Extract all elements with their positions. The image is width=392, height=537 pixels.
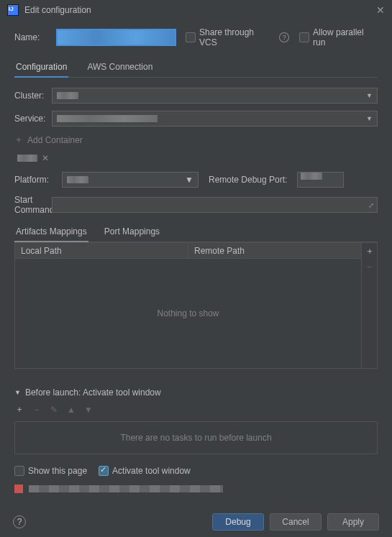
tab-configuration[interactable]: Configuration [14, 58, 68, 78]
plus-icon: ＋ [14, 134, 23, 146]
before-launch-header[interactable]: ▼ Before launch: Activate tool window [14, 387, 378, 398]
mappings-table: Local Path Remote Path Nothing to show ＋… [14, 242, 378, 369]
share-vcs-box[interactable] [186, 32, 196, 42]
col-remote-path: Remote Path [188, 243, 361, 258]
tab-aws-connection[interactable]: AWS Connection [86, 58, 154, 77]
start-command-label: Start Command: [14, 195, 52, 215]
debug-button[interactable]: Debug [212, 513, 264, 531]
start-command-input[interactable]: ⤢ [52, 197, 378, 213]
show-page-checkbox[interactable]: Show this page [14, 466, 87, 476]
task-remove-button: − [32, 405, 42, 415]
remote-port-value [301, 173, 322, 180]
share-vcs-checkbox[interactable]: Share through VCS ? [186, 27, 289, 47]
close-icon[interactable]: ✕ [42, 153, 49, 163]
cancel-button[interactable]: Cancel [270, 513, 322, 531]
apply-button[interactable]: Apply [327, 513, 379, 531]
error-text [29, 485, 223, 492]
table-empty-text: Nothing to show [15, 259, 361, 368]
task-edit-button: ✎ [49, 405, 59, 415]
platform-dropdown[interactable]: ▼ [62, 172, 199, 188]
cluster-label: Cluster: [14, 91, 52, 101]
container-name [17, 155, 37, 162]
error-icon [14, 485, 23, 493]
show-page-box[interactable] [14, 466, 24, 476]
before-launch-toolbar: ＋ − ✎ ▲ ▼ [14, 403, 378, 416]
add-container-button[interactable]: ＋ Add Container [14, 134, 378, 146]
activate-window-checkbox[interactable]: Activate tool window [99, 466, 191, 476]
name-label: Name: [14, 32, 57, 42]
activate-window-box[interactable] [99, 466, 109, 476]
service-dropdown[interactable]: ▼ [52, 111, 378, 127]
table-add-button[interactable]: ＋ [362, 243, 377, 259]
task-up-button: ▲ [66, 405, 76, 415]
platform-value [67, 176, 88, 183]
container-tab[interactable]: ✕ [14, 152, 52, 165]
task-list: There are no tasks to run before launch [14, 421, 378, 454]
service-label: Service: [14, 114, 52, 124]
activate-window-label: Activate tool window [112, 466, 191, 476]
expand-icon[interactable]: ⤢ [368, 201, 374, 209]
name-input[interactable] [57, 29, 176, 45]
task-add-button[interactable]: ＋ [14, 403, 24, 416]
chevron-down-icon: ▼ [185, 175, 193, 185]
cluster-dropdown[interactable]: ▼ [52, 88, 378, 104]
show-page-label: Show this page [28, 466, 87, 476]
allow-parallel-label: Allow parallel run [313, 27, 378, 47]
tab-artifacts-mappings[interactable]: Artifacts Mappings [14, 222, 88, 242]
remote-port-input[interactable] [297, 172, 344, 188]
tab-port-mappings[interactable]: Port Mappings [103, 222, 161, 242]
close-icon[interactable]: ✕ [376, 4, 385, 16]
task-down-button: ▼ [83, 405, 94, 415]
table-remove-button: − [362, 259, 377, 275]
window-title: Edit configuration [24, 5, 376, 15]
help-icon[interactable]: ? [279, 32, 289, 42]
mapping-tabs: Artifacts Mappings Port Mappings [14, 222, 378, 242]
main-tabs: Configuration AWS Connection [14, 55, 378, 78]
col-local-path: Local Path [15, 243, 188, 258]
error-bar [14, 485, 378, 493]
remote-port-label: Remote Debug Port: [209, 175, 287, 185]
app-icon [7, 4, 19, 16]
before-launch-label: Before launch: Activate tool window [25, 387, 161, 398]
cluster-value [57, 92, 78, 99]
chevron-down-icon: ▼ [366, 115, 373, 122]
chevron-down-icon: ▼ [366, 92, 373, 99]
collapse-icon: ▼ [14, 389, 21, 396]
platform-label: Platform: [14, 175, 52, 185]
add-container-label: Add Container [27, 135, 83, 145]
share-vcs-label: Share through VCS [199, 27, 273, 47]
allow-parallel-box[interactable] [299, 32, 309, 42]
help-button[interactable]: ? [13, 515, 26, 528]
task-empty-text: There are no tasks to run before launch [120, 433, 271, 443]
footer: ? Debug Cancel Apply [0, 513, 392, 537]
allow-parallel-checkbox[interactable]: Allow parallel run [299, 27, 378, 47]
titlebar: Edit configuration ✕ [0, 0, 392, 20]
service-value [57, 115, 158, 122]
